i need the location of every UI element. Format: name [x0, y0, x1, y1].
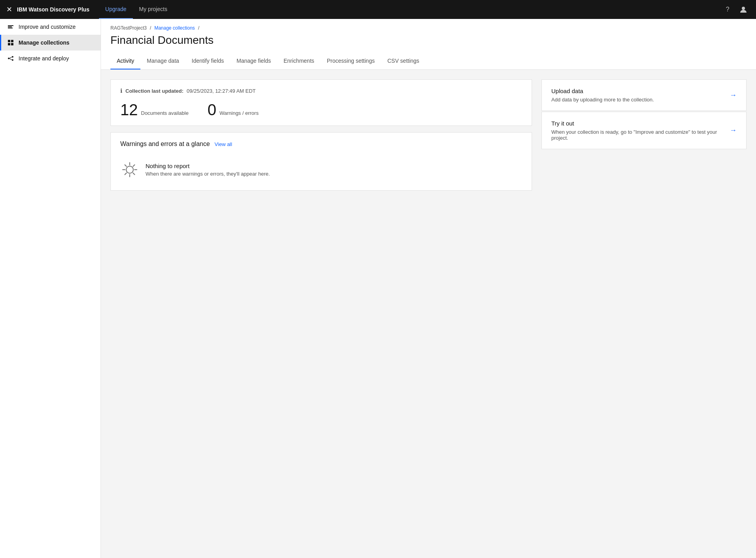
left-panel: ℹ Collection last updated: 09/25/2023, 1… — [110, 79, 532, 191]
collection-update-card: ℹ Collection last updated: 09/25/2023, 1… — [110, 79, 532, 126]
top-bar: ✕ IBM Watson Discovery Plus Upgrade My p… — [0, 0, 756, 19]
warnings-count: 0 — [207, 102, 216, 118]
top-nav: Upgrade My projects — [99, 0, 174, 19]
tab-processing-settings[interactable]: Processing settings — [321, 53, 381, 69]
tab-identify-fields[interactable]: Identify fields — [185, 53, 230, 69]
svg-rect-2 — [8, 26, 12, 27]
right-panel: Upload data Add data by uploading more t… — [541, 79, 747, 191]
warnings-section-title: Warnings and errors at a glance — [120, 140, 210, 148]
svg-rect-6 — [8, 43, 10, 45]
upload-data-title: Upload data — [551, 88, 654, 94]
svg-rect-7 — [11, 43, 13, 45]
breadcrumb-manage-link[interactable]: Manage collections — [154, 25, 195, 31]
svg-point-9 — [12, 56, 13, 58]
try-it-out-text: Try it out When your collection is ready… — [551, 120, 730, 141]
tab-activity[interactable]: Activity — [110, 53, 140, 69]
update-timestamp: 09/25/2023, 12:27:49 AM EDT — [187, 88, 256, 94]
tab-manage-fields[interactable]: Manage fields — [230, 53, 277, 69]
help-icon[interactable]: ? — [721, 3, 734, 16]
no-report-section: Nothing to report When there are warning… — [120, 157, 522, 182]
content-area: ℹ Collection last updated: 09/25/2023, 1… — [101, 70, 756, 200]
close-icon[interactable]: ✕ — [6, 5, 12, 14]
upload-data-card[interactable]: Upload data Add data by uploading more t… — [541, 79, 747, 111]
svg-rect-4 — [8, 40, 10, 42]
sidebar-item-improve[interactable]: Improve and customize — [0, 19, 101, 35]
update-label: Collection last updated: — [125, 88, 183, 94]
sidebar-item-manage-label: Manage collections — [19, 39, 69, 46]
update-info: ℹ Collection last updated: 09/25/2023, 1… — [120, 88, 522, 94]
nav-upgrade[interactable]: Upgrade — [99, 0, 133, 19]
upload-data-text: Upload data Add data by uploading more t… — [551, 88, 654, 103]
info-icon: ℹ — [120, 88, 122, 94]
stats-row: 12 Documents available 0 Warnings / erro… — [120, 102, 522, 118]
tab-manage-data[interactable]: Manage data — [140, 53, 185, 69]
view-all-link[interactable]: View all — [215, 141, 232, 147]
sidebar-item-integrate[interactable]: Integrate and deploy — [0, 51, 101, 66]
svg-line-18 — [125, 165, 127, 167]
nothing-to-report-title: Nothing to report — [146, 163, 270, 169]
documents-stat: 12 Documents available — [120, 102, 189, 118]
upload-arrow-icon: → — [730, 91, 737, 99]
svg-line-12 — [9, 59, 12, 60]
svg-point-8 — [8, 58, 9, 59]
warnings-header: Warnings and errors at a glance View all — [120, 140, 522, 148]
try-it-arrow-icon: → — [730, 126, 737, 135]
sidebar-item-integrate-label: Integrate and deploy — [19, 55, 69, 62]
warnings-card: Warnings and errors at a glance View all — [110, 132, 532, 191]
integrate-icon — [7, 55, 14, 62]
svg-line-11 — [9, 57, 12, 58]
improve-icon — [7, 24, 14, 30]
try-it-out-card[interactable]: Try it out When your collection is ready… — [541, 112, 747, 149]
no-report-text: Nothing to report When there are warning… — [146, 163, 270, 177]
breadcrumb-sep1: / — [150, 25, 151, 31]
breadcrumb-sep2: / — [198, 25, 199, 31]
svg-point-0 — [742, 7, 745, 10]
warnings-label: Warnings / errors — [219, 110, 258, 116]
svg-rect-3 — [8, 28, 13, 28]
tab-enrichments[interactable]: Enrichments — [277, 53, 321, 69]
breadcrumb: RAGTestProject3 / Manage collections / — [110, 25, 747, 31]
svg-rect-5 — [11, 40, 13, 42]
page-title: Financial Documents — [110, 34, 747, 47]
try-it-out-desc: When your collection is ready, go to "Im… — [551, 129, 730, 141]
documents-label: Documents available — [141, 110, 189, 116]
top-bar-right: ? — [721, 3, 750, 16]
tabs-bar: Activity Manage data Identify fields Man… — [110, 53, 747, 69]
svg-line-19 — [133, 173, 134, 174]
svg-line-21 — [125, 173, 127, 174]
tab-csv-settings[interactable]: CSV settings — [381, 53, 426, 69]
sun-icon — [120, 160, 139, 179]
nothing-to-report-desc: When there are warnings or errors, they'… — [146, 171, 270, 177]
warnings-stat: 0 Warnings / errors — [207, 102, 258, 118]
layout: Improve and customize Manage collections… — [0, 19, 756, 558]
sidebar-item-manage[interactable]: Manage collections — [0, 35, 101, 51]
sidebar: Improve and customize Manage collections… — [0, 19, 101, 558]
try-it-out-title: Try it out — [551, 120, 730, 127]
main-header: RAGTestProject3 / Manage collections / F… — [101, 19, 756, 70]
upload-data-desc: Add data by uploading more to the collec… — [551, 97, 654, 103]
breadcrumb-project: RAGTestProject3 — [110, 25, 147, 31]
svg-point-10 — [12, 59, 13, 61]
svg-line-20 — [133, 165, 134, 167]
app-title: IBM Watson Discovery Plus — [17, 6, 90, 13]
svg-point-13 — [126, 166, 133, 173]
svg-rect-1 — [8, 25, 13, 26]
nav-my-projects[interactable]: My projects — [133, 0, 174, 19]
sidebar-item-improve-label: Improve and customize — [19, 24, 76, 30]
main-content: RAGTestProject3 / Manage collections / F… — [101, 19, 756, 558]
manage-icon — [7, 39, 14, 46]
documents-count: 12 — [120, 102, 138, 118]
user-icon[interactable] — [737, 3, 750, 16]
